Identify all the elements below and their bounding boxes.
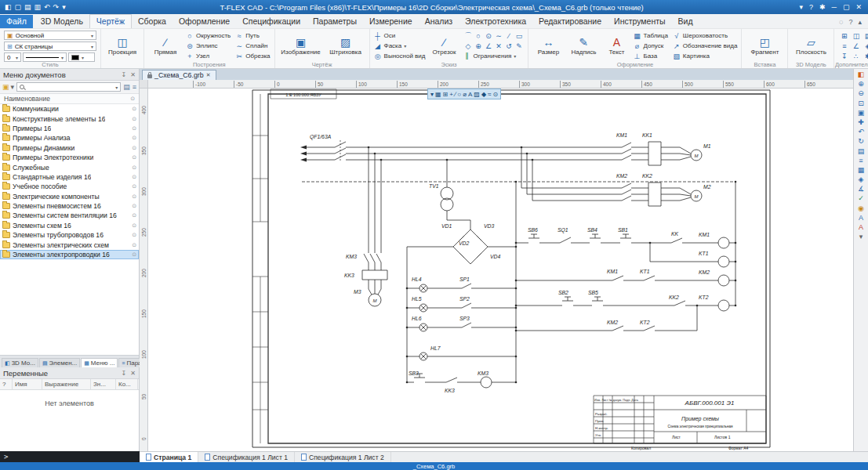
- close-icon[interactable]: ✕: [130, 71, 136, 78]
- sheets-icon[interactable]: ▤: [865, 32, 868, 40]
- tree-item[interactable]: Элементы электропроводки 16⊙: [0, 250, 139, 259]
- visibility-eye-icon[interactable]: ⊙: [132, 116, 136, 122]
- help-icon[interactable]: ?: [848, 18, 852, 26]
- ribbon-tab-5[interactable]: Спецификации: [236, 15, 307, 28]
- filter-constructions-icon[interactable]: ⊞: [443, 91, 449, 98]
- more-icon[interactable]: ▾: [859, 233, 863, 240]
- array-icon[interactable]: ⊞: [841, 32, 848, 40]
- zoom-all-icon[interactable]: ▣: [858, 110, 865, 117]
- ribbon-tab-1[interactable]: 3D Модель: [35, 15, 89, 28]
- tree-item[interactable]: Элементы пневмосистем 16⊙: [0, 201, 139, 211]
- edit-icon[interactable]: ✎: [516, 42, 522, 50]
- chamfer-button[interactable]: ◢Фаска▾: [374, 41, 426, 51]
- quick-search-icon[interactable]: ◌: [839, 18, 843, 26]
- visibility-eye-icon[interactable]: ⊙: [132, 251, 136, 258]
- layers-icon[interactable]: ≡: [859, 157, 863, 164]
- settings-icon[interactable]: ✱: [819, 4, 826, 11]
- close-icon[interactable]: ✕: [130, 370, 136, 377]
- page-tab[interactable]: Страница 1: [140, 452, 198, 462]
- pin-icon[interactable]: ↧: [122, 71, 127, 78]
- rotate-icon[interactable]: ↺: [506, 42, 512, 50]
- ellipse-button[interactable]: ⊜Эллипс: [186, 41, 231, 51]
- grid-icon[interactable]: ▦: [858, 167, 865, 174]
- copy-icon[interactable]: ◫: [853, 32, 860, 40]
- tree-item[interactable]: Примеры Анализа⊙: [0, 133, 139, 143]
- ribbon-tab-8[interactable]: Анализ: [419, 15, 459, 28]
- callout-button[interactable]: ✎ Надпись: [567, 31, 600, 62]
- filter-splines-icon[interactable]: ≈: [488, 91, 491, 98]
- snap-icon[interactable]: ◈: [859, 176, 864, 183]
- tree-item[interactable]: Конструктивные элементы 16⊙: [0, 114, 139, 123]
- zoom-window-icon[interactable]: ⊡: [858, 100, 864, 107]
- visibility-eye-icon[interactable]: ⊙: [132, 125, 136, 132]
- line-style-select[interactable]: ▣ Основной ▾: [4, 31, 96, 40]
- tolerance-button[interactable]: ⌀Допуск: [633, 41, 667, 51]
- tree-item[interactable]: Элементы систем вентиляции 16⊙: [0, 211, 139, 220]
- macro-icon[interactable]: ∴: [854, 52, 859, 60]
- picture-button[interactable]: ▧Картинка: [673, 51, 738, 61]
- close-icon[interactable]: ✕: [855, 4, 862, 11]
- ui-style-caret-icon[interactable]: ▾: [799, 4, 803, 11]
- command-prompt[interactable]: >: [0, 451, 140, 462]
- tree-item[interactable]: Служебные⊙: [0, 162, 139, 172]
- delete-icon[interactable]: ✕: [496, 42, 502, 50]
- ribbon-tab-4[interactable]: Оформление: [173, 15, 236, 28]
- tree-item[interactable]: Элементы трубопроводов 16⊙: [0, 230, 139, 240]
- tree-item[interactable]: Электрические компоненты⊙: [0, 192, 139, 201]
- fragment-button[interactable]: ◰ Фрагмент: [746, 31, 783, 62]
- segment-button[interactable]: ∕ Отрезок: [428, 31, 459, 62]
- redo-icon[interactable]: ↷: [53, 4, 60, 11]
- tree-item[interactable]: Учебное пособие⊙: [0, 182, 139, 191]
- filter-nodes-icon[interactable]: +: [449, 91, 453, 98]
- visibility-eye-icon[interactable]: ⊙: [132, 154, 136, 161]
- library-search-input[interactable]: ▾: [16, 82, 121, 92]
- page-tab[interactable]: Спецификация 1 Лист 2: [295, 452, 391, 462]
- coordinate-system-select[interactable]: ⊞ СК страницы ▾: [4, 42, 96, 51]
- previous-view-icon[interactable]: ↶: [858, 128, 864, 136]
- visibility-eye-icon[interactable]: ⊙: [132, 242, 136, 248]
- check-icon[interactable]: ✓: [858, 195, 864, 202]
- redraw-icon[interactable]: ↻: [858, 138, 864, 145]
- pan-icon[interactable]: ✚: [858, 119, 864, 126]
- axes-button[interactable]: ┼Оси: [374, 31, 426, 41]
- undo-icon[interactable]: ↶: [44, 4, 50, 11]
- projection-button[interactable]: ◫ Проекция: [105, 31, 140, 62]
- ribbon-tab-10[interactable]: Редактирование: [532, 15, 608, 28]
- visibility-eye-icon[interactable]: ⊙: [132, 232, 136, 238]
- quick-access-caret-icon[interactable]: ▾: [62, 4, 66, 11]
- spline-button[interactable]: ∼Сплайн: [235, 41, 270, 51]
- view-mode-icon[interactable]: ▤: [123, 83, 130, 91]
- layers-icon[interactable]: ≡: [842, 42, 846, 50]
- ribbon-tab-11[interactable]: Инструменты: [608, 15, 671, 28]
- panel-tab[interactable]: ▦Меню ...: [81, 358, 118, 367]
- active-page-icon[interactable]: ◧: [858, 71, 865, 78]
- libraries-icon[interactable]: ▣: [2, 83, 9, 91]
- line-construction-button[interactable]: ∕ Прямая: [148, 31, 183, 62]
- ribbon-tab-0[interactable]: Файл: [0, 15, 33, 28]
- measure-icon[interactable]: ∡: [858, 186, 864, 193]
- node-button[interactable]: +Узел: [186, 51, 231, 61]
- datum-button[interactable]: ⊥База: [633, 51, 667, 61]
- visibility-eye-icon[interactable]: ⊙: [132, 145, 136, 151]
- tree-item[interactable]: Элементы схем 16⊙: [0, 221, 139, 230]
- export-icon[interactable]: ↧: [841, 52, 848, 60]
- text-style-icon[interactable]: А: [859, 215, 863, 222]
- line-icon[interactable]: ∕: [508, 32, 510, 40]
- app-icon[interactable]: ◧: [5, 4, 12, 11]
- table-button[interactable]: ▦Таблица: [633, 31, 667, 41]
- hatch-button[interactable]: ▨ Штриховка: [326, 31, 365, 62]
- constraints-button[interactable]: ∥ Ограничения ▾: [463, 52, 524, 60]
- view-designation-button[interactable]: ↗Обозначение вида: [673, 41, 738, 51]
- ribbon-tab-9[interactable]: Электротехника: [459, 15, 532, 28]
- detail-view-button[interactable]: ◎Выносной вид: [374, 51, 426, 61]
- circle-button[interactable]: ○Окружность: [186, 31, 231, 41]
- visibility-eye-icon[interactable]: ⊙: [132, 203, 136, 209]
- new-document-icon[interactable]: ▢: [15, 4, 22, 11]
- filter-texts-icon[interactable]: A: [468, 91, 472, 98]
- visibility-eye-icon[interactable]: ⊙: [132, 164, 136, 171]
- minimize-icon[interactable]: ─: [832, 4, 837, 11]
- sheets-icon[interactable]: ▤: [858, 148, 865, 155]
- curve-icon[interactable]: ∼: [496, 32, 502, 40]
- workplane-button[interactable]: ▱ Плоскость: [792, 31, 830, 62]
- text-button[interactable]: А Текст: [603, 31, 630, 62]
